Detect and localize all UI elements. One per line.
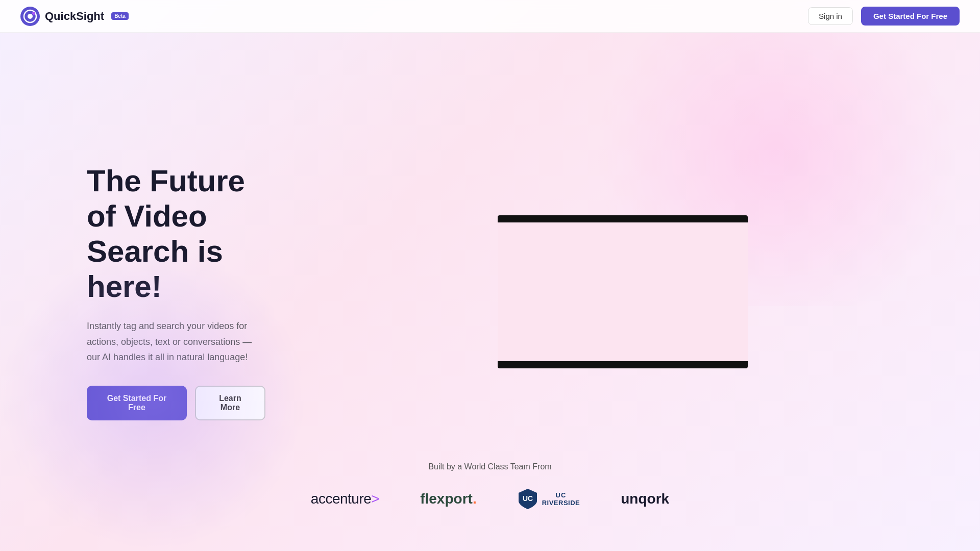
flexport-logo: flexport. [420,491,476,507]
hero-title: The Future of Video Search is here! [87,163,265,304]
hero-left: The Future of Video Search is here! Inst… [0,122,306,461]
svg-point-2 [28,14,33,19]
ucr-riverside-label: RIVERSIDE [542,499,580,507]
sign-in-button[interactable]: Sign in [808,7,853,25]
nav-actions: Sign in Get Started For Free [808,7,960,26]
svg-text:UC: UC [523,494,533,503]
logo-icon [20,7,40,26]
video-bar-bottom [498,361,748,368]
logo-text: QuickSight [45,10,104,23]
unqork-logo: unqork [621,491,669,507]
ucr-uc-label: UC [542,491,580,499]
video-bar-top [498,215,748,222]
logos-title: Built by a World Class Team From [0,462,980,471]
logo: QuickSightBeta [20,7,129,26]
navbar: QuickSightBeta Sign in Get Started For F… [0,0,980,33]
svg-point-3 [32,12,35,15]
ucr-text: UC RIVERSIDE [542,491,580,507]
hero-get-started-button[interactable]: Get Started For Free [87,386,187,420]
hero-learn-more-button[interactable]: Learn More [195,386,265,420]
nav-get-started-button[interactable]: Get Started For Free [861,7,960,26]
hero-description: Instantly tag and search your videos for… [87,318,265,365]
video-container [498,215,748,368]
ucr-logo: UC UC RIVERSIDE [518,488,580,510]
logos-section: Built by a World Class Team From accentu… [0,462,980,510]
accenture-logo: accenture> [311,491,379,507]
hero-buttons: Get Started For Free Learn More [87,386,265,420]
ucr-shield-icon: UC [518,488,538,510]
accenture-arrow-icon: > [371,491,379,507]
flexport-dot: . [473,491,477,507]
hero-right [306,195,980,389]
logos-row: accenture> flexport. UC UC RIVERSIDE unq… [0,488,980,510]
beta-badge: Beta [111,12,129,20]
